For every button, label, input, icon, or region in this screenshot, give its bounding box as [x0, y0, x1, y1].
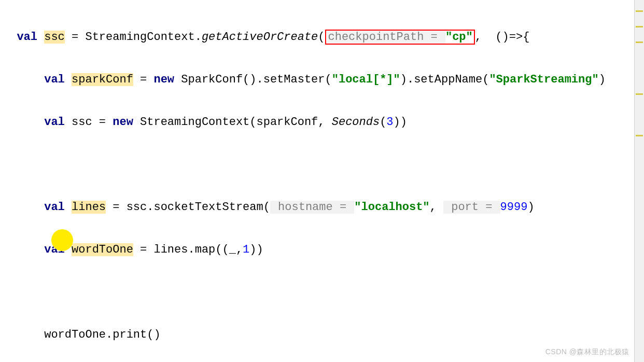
code-line: val sparkConf = new SparkConf().setMaste…	[3, 69, 644, 90]
code-line	[3, 282, 644, 303]
gutter-mark[interactable]	[636, 41, 643, 43]
gutter-mark[interactable]	[636, 93, 643, 95]
pointer-indicator-icon	[51, 229, 73, 251]
highlight-box: checkpointPath = "cp"	[325, 30, 475, 45]
code-editor[interactable]: val ssc = StreamingContext.getActiveOrCr…	[0, 0, 644, 362]
code-line: wordToOne.print()	[3, 324, 644, 345]
code-line: val lines = ssc.socketTextStream( hostna…	[3, 197, 644, 218]
code-line	[3, 154, 644, 175]
gutter-mark[interactable]	[636, 10, 643, 12]
code-line: val ssc = new StreamingContext(sparkConf…	[3, 112, 644, 133]
code-line: val wordToOne = lines.map((_,1))	[3, 239, 644, 260]
gutter-mark[interactable]	[636, 26, 643, 27]
code-line: val ssc = StreamingContext.getActiveOrCr…	[3, 26, 644, 48]
marker-gutter[interactable]	[634, 0, 644, 362]
watermark-label: CSDN @森林里的北极猿	[545, 347, 629, 357]
gutter-mark[interactable]	[636, 135, 643, 136]
